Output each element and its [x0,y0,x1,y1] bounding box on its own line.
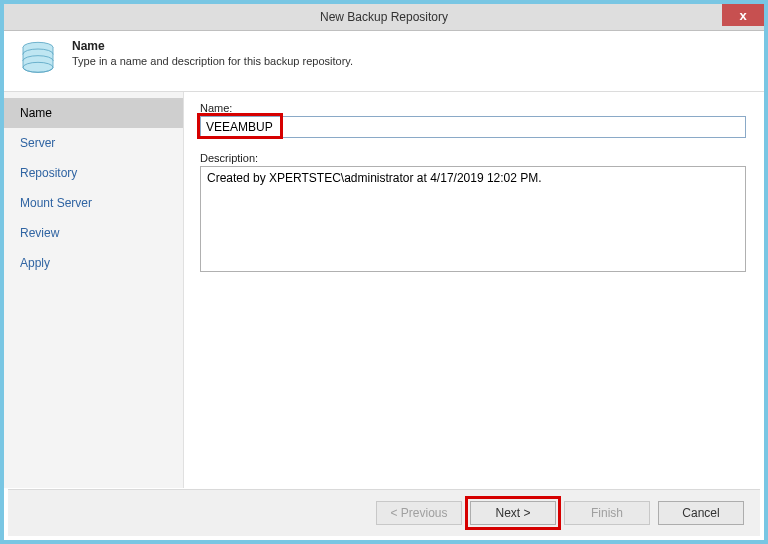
cancel-button[interactable]: Cancel [658,501,744,525]
next-button-label: Next > [495,506,530,520]
finish-button-label: Finish [591,506,623,520]
sidebar-item-label: Apply [20,256,50,270]
description-textarea[interactable] [200,166,746,272]
wizard-body: Name Server Repository Mount Server Revi… [4,92,764,488]
wizard-step-title: Name [72,39,353,53]
wizard-step-subtitle: Type in a name and description for this … [72,55,353,67]
close-button[interactable]: x [722,4,764,26]
wizard-steps-sidebar: Name Server Repository Mount Server Revi… [4,92,184,488]
wizard-header-text: Name Type in a name and description for … [72,39,353,67]
wizard-header: Name Type in a name and description for … [4,31,764,92]
previous-button-label: < Previous [390,506,447,520]
sidebar-item-label: Name [20,106,52,120]
sidebar-item-label: Server [20,136,55,150]
close-icon: x [739,8,746,23]
sidebar-item-review[interactable]: Review [4,218,183,248]
wizard-footer: < Previous Next > Finish Cancel [8,489,760,536]
repository-icon [18,39,58,79]
sidebar-item-apply[interactable]: Apply [4,248,183,278]
sidebar-item-mount-server[interactable]: Mount Server [4,188,183,218]
finish-button: Finish [564,501,650,525]
previous-button: < Previous [376,501,462,525]
sidebar-item-name[interactable]: Name [4,98,183,128]
sidebar-item-label: Repository [20,166,77,180]
sidebar-item-label: Mount Server [20,196,92,210]
wizard-form: Name: Description: [184,92,764,488]
next-button-wrap: Next > [470,501,556,525]
description-label: Description: [200,152,746,164]
sidebar-item-repository[interactable]: Repository [4,158,183,188]
sidebar-item-server[interactable]: Server [4,128,183,158]
name-field-wrap [200,116,746,138]
name-label: Name: [200,102,746,114]
name-input[interactable] [200,116,746,138]
window-title: New Backup Repository [320,10,448,24]
wizard-window: New Backup Repository x Name Type in a n… [0,0,768,544]
cancel-button-label: Cancel [682,506,719,520]
next-button[interactable]: Next > [470,501,556,525]
titlebar: New Backup Repository x [4,4,764,31]
sidebar-item-label: Review [20,226,59,240]
